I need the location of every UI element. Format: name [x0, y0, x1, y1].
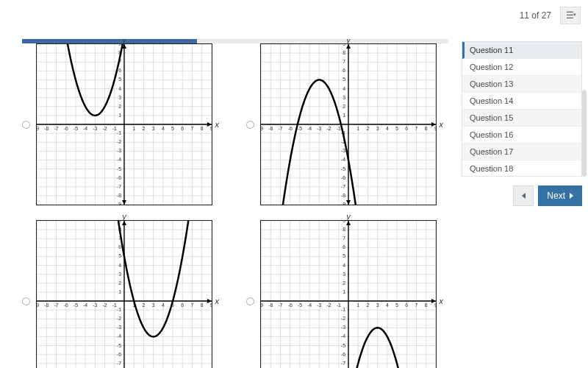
- svg-text:3: 3: [152, 126, 155, 131]
- choice-b-chart[interactable]: y x -9-8-7-6-5-4-3-2-1123456789-9-8-7-6-…: [260, 43, 437, 205]
- svg-text:6: 6: [343, 244, 345, 250]
- axis-x-label: x: [440, 120, 444, 129]
- parabola-svg-a: -9-8-7-6-5-4-3-2-1123456789-9-8-7-6-5-4-…: [37, 44, 212, 205]
- svg-text:2: 2: [366, 302, 369, 308]
- svg-text:3: 3: [152, 302, 155, 308]
- svg-text:9: 9: [210, 302, 212, 308]
- svg-text:8: 8: [343, 50, 345, 55]
- question-nav-item[interactable]: Question 13: [462, 76, 581, 93]
- choice-a-radio[interactable]: [22, 121, 30, 129]
- svg-text:-3: -3: [117, 148, 121, 153]
- question-nav-item[interactable]: Question 11: [462, 42, 581, 59]
- question-list-scrollbar[interactable]: [582, 90, 587, 177]
- prev-button[interactable]: [513, 185, 534, 206]
- svg-text:6: 6: [118, 68, 121, 73]
- svg-text:-9: -9: [261, 126, 263, 131]
- next-button-label: Next: [547, 191, 565, 201]
- svg-text:-7: -7: [341, 361, 345, 366]
- svg-text:1: 1: [118, 289, 121, 294]
- svg-text:8: 8: [425, 126, 428, 131]
- choice-d-radio[interactable]: [246, 297, 254, 305]
- axis-y-label: y: [122, 39, 126, 44]
- svg-text:-4: -4: [83, 302, 87, 308]
- parabola-svg-c: -9-8-7-6-5-4-3-2-1123456789-9-8-7-6-5-4-…: [37, 221, 212, 368]
- choice-d-chart[interactable]: y x -9-8-7-6-5-4-3-2-1123456789-9-8-7-6-…: [260, 220, 437, 368]
- svg-text:7: 7: [191, 302, 194, 308]
- svg-text:-5: -5: [74, 126, 78, 131]
- svg-text:-6: -6: [64, 302, 68, 308]
- svg-text:-4: -4: [307, 302, 312, 308]
- svg-text:-8: -8: [44, 302, 49, 308]
- svg-text:-6: -6: [341, 175, 345, 180]
- svg-text:5: 5: [343, 77, 345, 82]
- svg-text:9: 9: [210, 126, 212, 131]
- svg-text:-1: -1: [341, 307, 345, 312]
- svg-text:-8: -8: [117, 193, 121, 198]
- question-nav-item[interactable]: Question 18: [462, 160, 581, 177]
- choice-b-radio[interactable]: [246, 121, 254, 129]
- svg-text:4: 4: [386, 302, 389, 308]
- svg-text:7: 7: [343, 236, 345, 241]
- svg-text:2: 2: [343, 280, 345, 286]
- svg-text:-5: -5: [341, 166, 345, 171]
- svg-text:-3: -3: [117, 325, 121, 330]
- svg-text:-2: -2: [326, 302, 331, 308]
- svg-text:7: 7: [415, 302, 418, 308]
- axis-x-label: x: [215, 297, 220, 305]
- svg-text:-6: -6: [64, 126, 68, 131]
- choice-a-chart[interactable]: y x -9-8-7-6-5-4-3-2-1123456789-9-8-7-6-…: [36, 43, 212, 205]
- choice-c-chart[interactable]: y x -9-8-7-6-5-4-3-2-1123456789-9-8-7-6-…: [36, 220, 212, 368]
- svg-text:-1: -1: [117, 307, 121, 312]
- choice-c-radio[interactable]: [22, 297, 30, 305]
- question-nav-item[interactable]: Question 12: [462, 59, 581, 76]
- quiz-page: 11 of 27 ☰▾ y x -9-8-7-6-5-4-3-2-1123456…: [0, 0, 588, 368]
- svg-text:9: 9: [118, 44, 121, 46]
- choice-d: y x -9-8-7-6-5-4-3-2-1123456789-9-8-7-6-…: [246, 220, 448, 368]
- svg-text:-5: -5: [74, 302, 78, 308]
- svg-marker-278: [346, 221, 351, 225]
- svg-marker-42: [122, 200, 126, 205]
- question-nav-item[interactable]: Question 14: [462, 93, 581, 110]
- next-button[interactable]: Next: [538, 185, 582, 206]
- svg-text:9: 9: [434, 126, 436, 131]
- svg-text:1: 1: [356, 302, 359, 308]
- svg-text:1: 1: [118, 113, 121, 118]
- svg-text:-5: -5: [341, 343, 345, 348]
- svg-text:-9: -9: [37, 126, 39, 131]
- svg-text:5: 5: [395, 302, 398, 308]
- axis-y-label: y: [346, 212, 351, 221]
- svg-text:5: 5: [171, 126, 174, 131]
- svg-text:-5: -5: [117, 343, 121, 348]
- parabola-svg-b: -9-8-7-6-5-4-3-2-1123456789-9-8-7-6-5-4-…: [261, 44, 436, 205]
- svg-text:-2: -2: [102, 302, 107, 308]
- svg-text:-4: -4: [341, 333, 345, 339]
- svg-text:1: 1: [343, 289, 345, 294]
- svg-text:-7: -7: [117, 361, 121, 366]
- svg-text:2: 2: [142, 126, 145, 131]
- svg-text:-4: -4: [117, 157, 121, 162]
- parabola-svg-d: -9-8-7-6-5-4-3-2-1123456789-9-8-7-6-5-4-…: [261, 221, 436, 368]
- svg-text:6: 6: [118, 244, 121, 250]
- svg-text:7: 7: [415, 126, 418, 131]
- svg-text:4: 4: [343, 86, 345, 91]
- question-nav-item[interactable]: Question 15: [462, 110, 581, 127]
- svg-text:-9: -9: [37, 302, 39, 308]
- question-body: y x -9-8-7-6-5-4-3-2-1123456789-9-8-7-6-…: [22, 39, 448, 368]
- question-list-toggle[interactable]: ☰▾: [560, 7, 581, 24]
- svg-text:-3: -3: [317, 302, 321, 308]
- page-counter: 11 of 27: [520, 10, 554, 21]
- question-list[interactable]: Question 11Question 12Question 13Questio…: [462, 41, 582, 177]
- question-nav-item[interactable]: Question 17: [462, 144, 581, 160]
- question-nav-item[interactable]: Question 16: [462, 127, 581, 144]
- svg-text:-3: -3: [93, 126, 97, 131]
- svg-text:7: 7: [191, 126, 194, 131]
- axis-x-label: x: [440, 297, 444, 305]
- svg-text:3: 3: [376, 302, 379, 308]
- svg-text:-8: -8: [341, 193, 345, 198]
- svg-text:-7: -7: [54, 302, 58, 308]
- svg-text:3: 3: [376, 126, 379, 131]
- svg-text:2: 2: [366, 126, 369, 131]
- svg-text:8: 8: [201, 302, 204, 308]
- svg-text:4: 4: [118, 263, 121, 268]
- svg-text:6: 6: [181, 126, 184, 131]
